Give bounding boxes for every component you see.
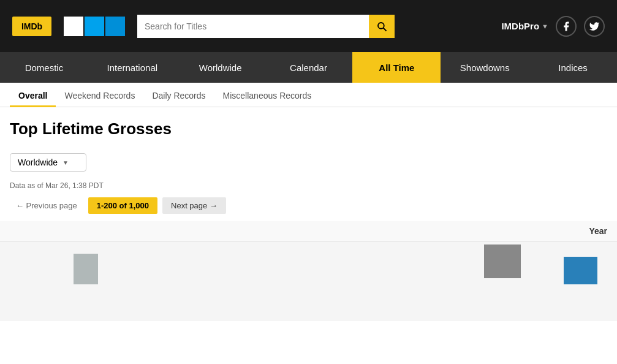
main-nav: Domestic International Worldwide Calenda… (0, 52, 617, 83)
header-right: IMDbPro ▼ (501, 16, 605, 37)
main-content: Top Lifetime Grosses Worldwide ▼ Data as… (0, 107, 617, 214)
dropdown-container: Worldwide ▼ (10, 153, 607, 172)
nav-item-domestic[interactable]: Domestic (0, 52, 88, 83)
nav-item-indices[interactable]: Indices (529, 52, 617, 83)
search-icon (376, 21, 387, 32)
search-container (137, 15, 395, 38)
imdb-logo: IMDb (12, 17, 51, 36)
search-input[interactable] (137, 15, 369, 38)
dropdown-label: Worldwide (18, 157, 58, 167)
prev-page-button[interactable]: ← Previous page (10, 197, 83, 214)
pro-logo-square1 (64, 17, 83, 36)
imdbpro-label: IMDbPro (501, 21, 539, 31)
svg-point-0 (378, 23, 384, 29)
sub-nav: Overall Weekend Records Daily Records Mi… (0, 83, 617, 107)
page-title: Top Lifetime Grosses (10, 119, 607, 138)
header: IMDb IMDbPro ▼ (0, 0, 617, 52)
next-page-button[interactable]: Next page → (162, 197, 226, 214)
pro-logo-square2 (85, 17, 104, 36)
sub-nav-daily-records[interactable]: Daily Records (143, 86, 214, 107)
imdbpro-menu-button[interactable]: IMDbPro ▼ (501, 21, 548, 31)
sub-nav-weekend-records[interactable]: Weekend Records (56, 86, 143, 107)
sub-nav-miscellaneous-records[interactable]: Miscellaneous Records (214, 86, 320, 107)
sub-nav-overall[interactable]: Overall (10, 86, 56, 107)
dropdown-arrow-icon: ▼ (62, 159, 69, 166)
imdbpro-logo (64, 17, 125, 36)
search-button[interactable] (369, 15, 395, 38)
twitter-icon[interactable] (584, 16, 605, 37)
chevron-down-icon: ▼ (542, 23, 548, 30)
table-body (0, 241, 617, 321)
nav-item-all-time[interactable]: All Time (352, 52, 441, 83)
worldwide-dropdown[interactable]: Worldwide ▼ (10, 153, 86, 172)
table-header: Year (0, 221, 617, 241)
nav-item-worldwide[interactable]: Worldwide (176, 52, 265, 83)
page-indicator[interactable]: 1-200 of 1,000 (88, 197, 157, 214)
table-row (484, 245, 521, 278)
nav-item-international[interactable]: International (88, 52, 176, 83)
table-row (74, 254, 98, 284)
year-column-header: Year (589, 226, 607, 236)
nav-item-calendar[interactable]: Calendar (265, 52, 353, 83)
table-row (564, 257, 597, 284)
svg-line-1 (384, 28, 387, 31)
pro-logo-square3 (105, 17, 125, 36)
nav-item-showdowns[interactable]: Showdowns (441, 52, 529, 83)
pagination-row: ← Previous page 1-200 of 1,000 Next page… (10, 197, 607, 214)
data-timestamp: Data as of Mar 26, 1:38 PDT (10, 181, 607, 190)
facebook-icon[interactable] (556, 16, 577, 37)
